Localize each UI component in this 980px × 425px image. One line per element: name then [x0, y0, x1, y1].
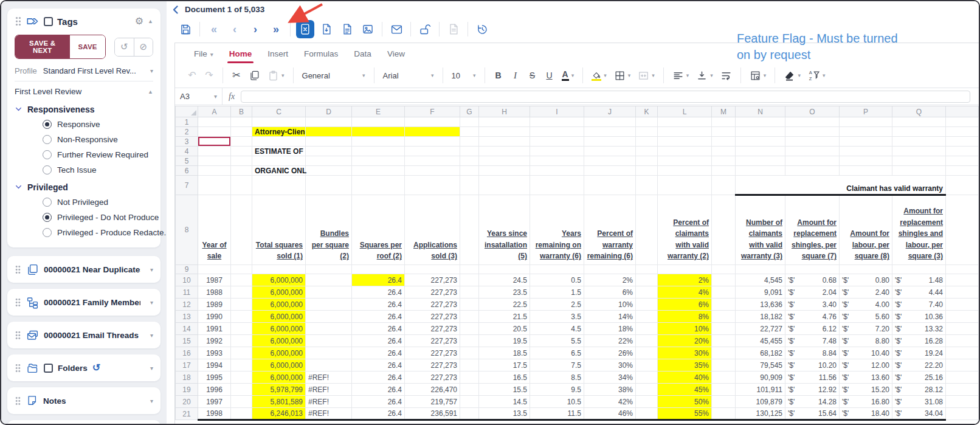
cell-B16[interactable]: [231, 347, 252, 359]
font-size-button[interactable]: 10▾: [449, 67, 478, 83]
cell-D2[interactable]: [306, 127, 352, 137]
redo-button[interactable]: ↷: [202, 67, 216, 83]
cell-C21[interactable]: 6,246,013: [252, 408, 306, 420]
cell-H16[interactable]: 18.5: [479, 347, 530, 359]
cell-C13[interactable]: 6,000,000: [252, 311, 306, 323]
row-header-14[interactable]: 14: [176, 323, 198, 335]
cell-F17[interactable]: 227,273: [405, 359, 460, 371]
tag-option-not-privileged[interactable]: Not Privileged: [43, 195, 153, 210]
cell-J2[interactable]: [584, 127, 636, 137]
column-header-J[interactable]: J: [584, 106, 636, 117]
underline-button[interactable]: U: [542, 67, 557, 83]
cell-G12[interactable]: [460, 299, 479, 311]
chevron-down-icon[interactable]: [15, 105, 22, 113]
cell-G2[interactable]: [460, 127, 479, 137]
row-header-21[interactable]: 21: [176, 408, 198, 420]
cell-Q4[interactable]: [892, 147, 946, 156]
cell-D17[interactable]: [306, 359, 352, 371]
row-header-16[interactable]: 16: [176, 347, 198, 359]
cell-D10[interactable]: [306, 274, 352, 286]
cell-K10[interactable]: [636, 274, 658, 286]
cell-A12[interactable]: 1989: [198, 299, 231, 311]
cell-H15[interactable]: 19.5: [479, 335, 530, 347]
row-header-12[interactable]: 12: [176, 299, 198, 311]
row-header-19[interactable]: 19: [176, 384, 198, 396]
cell-N19[interactable]: 101,911: [736, 384, 785, 396]
column-header-I[interactable]: I: [530, 106, 584, 117]
cell-N2[interactable]: [736, 127, 785, 137]
cell-O9[interactable]: [785, 265, 840, 274]
row-header-2[interactable]: 2: [176, 127, 198, 137]
cell-G4[interactable]: [460, 147, 479, 156]
cell-F6[interactable]: [405, 166, 460, 176]
cell-G10[interactable]: [460, 274, 479, 286]
cell-L4[interactable]: [658, 147, 712, 156]
cell-N21[interactable]: 130,125: [736, 408, 785, 420]
chevron-down-icon[interactable]: ▾: [150, 365, 153, 371]
cell-L19[interactable]: 45%: [658, 384, 712, 396]
column-header-G[interactable]: G: [460, 106, 479, 117]
row-header-7[interactable]: 7: [176, 176, 198, 195]
cell-E5[interactable]: [352, 156, 405, 166]
cell-C4[interactable]: ESTIMATE OF: [252, 147, 306, 156]
cell-K17[interactable]: [636, 359, 658, 371]
cell-N12[interactable]: 13,636: [736, 299, 785, 311]
cell-E16[interactable]: 26.4: [352, 347, 405, 359]
cell-Q13[interactable]: '$'10.36: [892, 311, 946, 323]
cell-C7[interactable]: [252, 176, 306, 195]
cell-A6[interactable]: [198, 166, 231, 176]
tag-option-non-responsive[interactable]: Non-Responsive: [43, 132, 153, 147]
sidebar-panel-00000021-email-threads-7[interactable]: 00000021 Email Threads (7) ▾: [7, 322, 160, 348]
drag-handle-icon[interactable]: [15, 331, 21, 340]
cell-N1[interactable]: [736, 117, 785, 127]
cell-D13[interactable]: [306, 311, 352, 323]
undo-button[interactable]: ↶: [185, 67, 199, 83]
cell-F4[interactable]: [405, 147, 460, 156]
sidebar-panel-00000021-family-members-2[interactable]: 00000021 Family Members (2) ▾: [7, 289, 160, 316]
clear-tags-button[interactable]: ⊘: [134, 38, 153, 56]
cell-C11[interactable]: 6,000,000: [252, 286, 306, 299]
cell-K14[interactable]: [636, 323, 658, 335]
cell-F7[interactable]: [405, 176, 460, 195]
cell-G14[interactable]: [460, 323, 479, 335]
cell-J17[interactable]: 30%: [584, 359, 636, 371]
collapse-icon[interactable]: ▲: [148, 89, 153, 95]
cell-D12[interactable]: [306, 299, 352, 311]
cell-B8[interactable]: [231, 195, 252, 265]
cell-C16[interactable]: 6,000,000: [252, 347, 306, 359]
cell-I16[interactable]: 6.5: [530, 347, 584, 359]
cell-J4[interactable]: [584, 147, 636, 156]
cell-E8[interactable]: Squares per roof (2): [352, 195, 405, 265]
cell-B6[interactable]: [231, 166, 252, 176]
cell-A15[interactable]: 1992: [198, 335, 231, 347]
cell-F3[interactable]: [405, 137, 460, 147]
cell-C12[interactable]: 6,000,000: [252, 299, 306, 311]
row-header-20[interactable]: 20: [176, 396, 198, 408]
cell-J10[interactable]: 2%: [584, 274, 636, 286]
cell-B3[interactable]: [231, 137, 252, 147]
cell-E13[interactable]: 26.4: [352, 311, 405, 323]
cell-D6[interactable]: [306, 166, 352, 176]
cell-A18[interactable]: 1995: [198, 371, 231, 384]
cell-D4[interactable]: [306, 147, 352, 156]
cell-E17[interactable]: 26.4: [352, 359, 405, 371]
cell-F19[interactable]: 226,470: [405, 384, 460, 396]
cell-Q17[interactable]: '$'22.20: [892, 359, 946, 371]
cell-N17[interactable]: 79,545: [736, 359, 785, 371]
cell-A16[interactable]: 1993: [198, 347, 231, 359]
cell-B11[interactable]: [231, 286, 252, 299]
cell-L9[interactable]: [658, 265, 712, 274]
cell-I17[interactable]: 7.5: [530, 359, 584, 371]
cell-O8[interactable]: Amount for replacement shingles, per squ…: [785, 195, 840, 265]
save-button[interactable]: SAVE: [69, 35, 105, 58]
cell-D3[interactable]: [306, 137, 352, 147]
cell-Q14[interactable]: '$'13.32: [892, 323, 946, 335]
cell-B10[interactable]: [231, 274, 252, 286]
cell-P21[interactable]: '$'18.40: [840, 408, 892, 420]
cell-N16[interactable]: 68,182: [736, 347, 785, 359]
cell-D15[interactable]: [306, 335, 352, 347]
cell-table-format-button[interactable]: ▾: [747, 67, 769, 83]
cell-G19[interactable]: [460, 384, 479, 396]
cell-G7[interactable]: [460, 176, 479, 195]
cell-I1[interactable]: [530, 117, 584, 127]
